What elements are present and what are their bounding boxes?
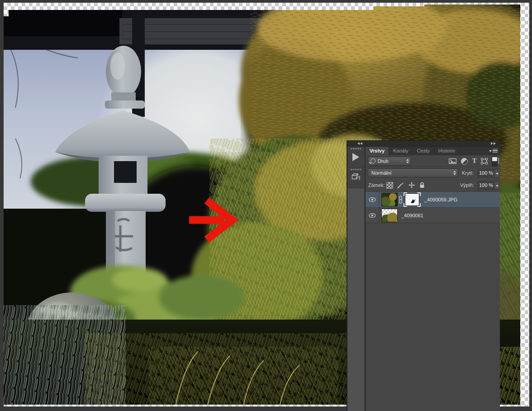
tab-cesty[interactable]: Cesty [413, 147, 434, 155]
photoshop-window: Vrstvy Kanály Cesty Historie Druh [0, 0, 532, 411]
layer-filter-row: Druh T [366, 155, 500, 167]
layers-panel: Vrstvy Kanály Cesty Historie Druh [365, 147, 500, 411]
blend-mode-row: Normální Krytí: 100 % [366, 167, 500, 179]
layer-row-4090059[interactable]: _4090059.JPG [366, 192, 500, 208]
panel-dock: Vrstvy Kanály Cesty Historie Druh [347, 140, 500, 411]
opacity-dropdown-icon[interactable] [494, 169, 500, 177]
stepper-icon [453, 171, 456, 175]
eye-icon [369, 197, 376, 202]
panel-grip [351, 169, 361, 170]
expand-dock-icon[interactable] [491, 142, 496, 145]
lock-transparency-icon[interactable] [386, 182, 393, 189]
visibility-toggle[interactable] [366, 208, 379, 223]
filter-shape-layers-icon[interactable] [481, 158, 488, 164]
eye-icon [369, 213, 376, 218]
blend-mode-value: Normální [371, 170, 392, 176]
collapsed-panels-strip [347, 147, 365, 411]
lock-all-icon[interactable] [419, 182, 425, 188]
dock-strip-filler [347, 188, 364, 411]
filter-pixel-layers-icon[interactable] [449, 158, 456, 164]
mask-link-icon[interactable] [399, 196, 403, 204]
tab-kanaly[interactable]: Kanály [389, 147, 413, 155]
filter-kind-label: Druh [378, 158, 389, 164]
fill-value[interactable]: 100 % [478, 181, 494, 190]
search-icon [370, 158, 375, 163]
layer-mask-selection-frame [404, 192, 421, 207]
layer-name: _4090061 [401, 213, 423, 218]
filter-toggle-switch[interactable] [492, 157, 498, 166]
fill-label: Výplň: [460, 182, 474, 188]
panel-menu-icon[interactable] [489, 148, 498, 153]
opacity-value[interactable]: 100 % [478, 169, 494, 177]
opacity-label: Krytí: [462, 170, 474, 176]
play-icon [352, 153, 359, 161]
actions-panel-button[interactable] [347, 147, 365, 167]
layers-list: _4090059.JPG _4090061 [366, 192, 500, 224]
panel-grip [351, 148, 361, 149]
filter-kind-select[interactable]: Druh [368, 157, 411, 166]
layer-comps-panel-button[interactable] [347, 167, 365, 188]
stepper-icon [406, 159, 409, 163]
lock-position-icon[interactable] [408, 182, 415, 189]
layer-comps-icon [352, 173, 361, 181]
lock-label: Zámek: [368, 182, 385, 188]
lock-row: Zámek: Výplň: [366, 179, 500, 191]
layer-mask-thumbnail[interactable] [405, 193, 419, 206]
blend-mode-select[interactable]: Normální [368, 168, 458, 177]
layer-thumbnail[interactable] [381, 193, 398, 206]
tab-vrstvy[interactable]: Vrstvy [366, 147, 389, 155]
fill-dropdown-icon[interactable] [494, 181, 500, 190]
filter-type-layers-icon[interactable]: T [472, 158, 476, 164]
layer-row-4090061[interactable]: _4090061 [366, 208, 500, 224]
dock-title-bar [347, 141, 500, 147]
filter-adjustment-layers-icon[interactable] [461, 158, 468, 165]
layer-name: _4090059.JPG [424, 197, 457, 202]
layers-empty-area [366, 223, 500, 411]
layer-thumbnail[interactable] [381, 209, 398, 222]
collapse-dock-icon[interactable] [357, 142, 362, 145]
tab-historie[interactable]: Historie [434, 147, 460, 155]
visibility-toggle[interactable] [366, 192, 379, 207]
mask-content-mark [405, 194, 419, 206]
panel-tab-bar: Vrstvy Kanály Cesty Historie [366, 147, 500, 155]
lock-pixels-brush-icon[interactable] [397, 182, 404, 189]
